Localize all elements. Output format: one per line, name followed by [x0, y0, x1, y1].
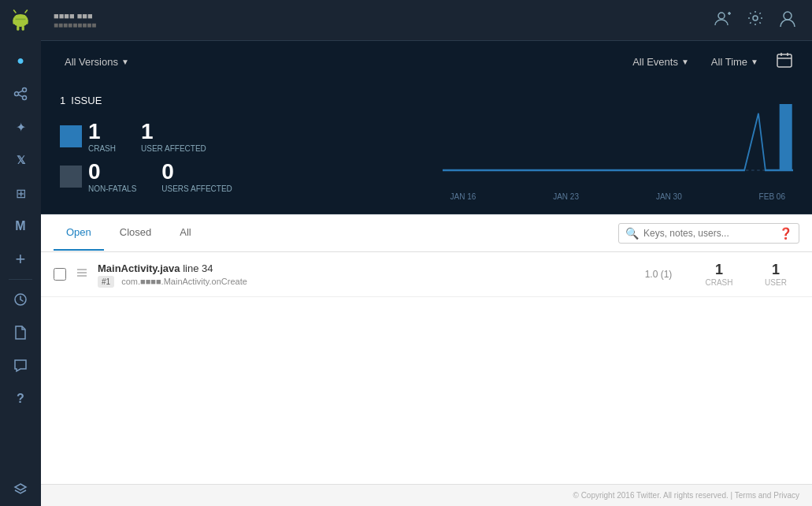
stats-panel: 1 ISSUE 1 CRASH 1 USER AFFECTED 0	[41, 82, 812, 214]
nonfatal-count: 0	[88, 159, 136, 184]
svg-point-21	[784, 12, 792, 20]
svg-rect-3	[13, 19, 15, 24]
filter-bar: All Versions ▼ All Events ▼ All Time ▼	[41, 41, 812, 82]
search-icon: 🔍	[625, 227, 639, 240]
chart-area: JAN 16 JAN 23 JAN 30 FEB 06	[411, 95, 794, 201]
sidebar-bottom	[0, 473, 41, 506]
nonfatal-label: NON-FATALS	[88, 184, 136, 193]
issue-user-count: 1	[752, 262, 799, 278]
crash-users-group: 1 USER AFFECTED	[141, 119, 206, 153]
chart-label-jan16: JAN 16	[450, 192, 476, 201]
svg-rect-27	[779, 104, 792, 170]
sidebar-item-chat[interactable]	[0, 349, 41, 382]
nonfatal-users-label: USERS AFFECTED	[161, 184, 232, 193]
issue-subtitle: #1 com.■■■■.MainActivity.onCreate	[98, 277, 621, 286]
svg-line-13	[18, 91, 22, 93]
issue-user-stat: 1 USER	[752, 262, 799, 287]
chart-svg	[443, 95, 794, 189]
tab-all[interactable]: All	[167, 215, 203, 251]
sidebar-item-twitter[interactable]: 𝕏	[0, 143, 41, 177]
sidebar-item-share[interactable]	[0, 77, 41, 110]
issue-menu-icon	[76, 266, 88, 282]
footer-text: © Copyright 2016 Twitter. All rights res…	[573, 491, 800, 500]
issue-filename: MainActivity.java	[98, 262, 180, 274]
svg-line-8	[25, 9, 28, 13]
svg-rect-6	[22, 25, 24, 30]
sidebar-item-timeline[interactable]	[0, 283, 41, 316]
svg-rect-4	[25, 19, 28, 24]
svg-point-17	[718, 13, 725, 19]
issue-package: com.■■■■.MainActivity.onCreate	[121, 277, 247, 286]
nonfatal-users-count: 0	[161, 159, 232, 184]
all-versions-filter[interactable]: All Versions ▼	[54, 50, 140, 74]
svg-marker-16	[15, 484, 26, 490]
issue-crash-label: CRASH	[695, 278, 743, 287]
nonfatal-stat-row: 0 NON-FATALS 0 USERS AFFECTED	[60, 159, 411, 193]
chart-label-feb06: FEB 06	[759, 192, 785, 201]
crash-users-label: USER AFFECTED	[141, 144, 206, 153]
svg-line-7	[13, 9, 16, 13]
sidebar-item-layers[interactable]	[0, 473, 41, 506]
issues-list: MainActivity.java line 34 #1 com.■■■■.Ma…	[41, 252, 812, 484]
sidebar-item-plugin[interactable]: ⊞	[0, 177, 41, 210]
chart-label-jan23: JAN 23	[553, 192, 579, 201]
crash-stat-row: 1 CRASH 1 USER AFFECTED	[60, 119, 411, 153]
chart-label-jan30: JAN 30	[656, 192, 682, 201]
versions-chevron-icon: ▼	[121, 58, 129, 66]
app-sub: ■■■■■■■■■	[54, 20, 711, 29]
crash-label: CRASH	[88, 144, 116, 153]
svg-line-14	[18, 95, 22, 97]
svg-point-11	[15, 92, 19, 96]
nonfatal-users-group: 0 USERS AFFECTED	[161, 159, 232, 193]
gear-icon[interactable]	[744, 7, 766, 33]
crash-users-count: 1	[141, 119, 206, 144]
svg-rect-5	[17, 25, 19, 30]
sidebar-item-file[interactable]	[0, 316, 41, 349]
issue-crash-stat: 1 CRASH	[695, 262, 743, 287]
calendar-button[interactable]	[769, 45, 799, 79]
stats-left: 1 ISSUE 1 CRASH 1 USER AFFECTED 0	[60, 95, 411, 201]
app-info: ■■■■ ■■■ ■■■■■■■■■	[54, 11, 711, 29]
sidebar-item-overview[interactable]: ●	[0, 44, 41, 77]
svg-rect-22	[777, 54, 792, 67]
search-box: 🔍 ❓	[618, 223, 799, 244]
crash-color-box	[60, 125, 82, 147]
footer: © Copyright 2016 Twitter. All rights res…	[41, 484, 812, 506]
top-header: ■■■■ ■■■ ■■■■■■■■■	[41, 0, 812, 41]
svg-point-10	[23, 88, 27, 92]
time-chevron-icon: ▼	[751, 58, 758, 66]
svg-point-20	[753, 16, 758, 20]
nonfatal-number-group: 0 NON-FATALS	[88, 159, 136, 193]
all-events-filter[interactable]: All Events ▼	[621, 50, 700, 74]
nonfatal-color-box	[60, 166, 82, 188]
issue-count: 1 ISSUE	[60, 95, 411, 106]
issue-title: MainActivity.java line 34	[98, 262, 621, 274]
help-circle-icon[interactable]: ❓	[779, 227, 792, 240]
issue-badge: #1	[98, 276, 114, 288]
app-name: ■■■■ ■■■	[54, 11, 711, 20]
sidebar-item-help[interactable]: ?	[0, 382, 41, 415]
issue-checkbox[interactable]	[54, 268, 66, 281]
issue-user-label: USER	[752, 278, 799, 287]
sidebar-divider-1	[9, 279, 32, 280]
chart-labels: JAN 16 JAN 23 JAN 30 FEB 06	[443, 192, 794, 201]
events-chevron-icon: ▼	[681, 58, 689, 66]
header-actions	[711, 6, 799, 34]
app-logo	[0, 0, 41, 41]
sidebar-item-add[interactable]: +	[0, 243, 41, 276]
issue-version: 1.0 (1)	[631, 269, 686, 280]
add-user-icon[interactable]	[711, 6, 735, 34]
tab-open[interactable]: Open	[54, 215, 104, 251]
crash-number-group: 1 CRASH	[88, 119, 116, 153]
profile-icon[interactable]	[776, 6, 799, 34]
svg-point-12	[23, 96, 27, 100]
search-input[interactable]	[643, 228, 769, 239]
issue-location: line 34	[183, 262, 213, 274]
tab-closed[interactable]: Closed	[107, 215, 164, 251]
sidebar-item-mopub[interactable]: M	[0, 210, 41, 243]
crash-count: 1	[88, 119, 116, 144]
all-time-filter[interactable]: All Time ▼	[700, 50, 769, 74]
tabs-bar: Open Closed All 🔍 ❓	[41, 214, 812, 252]
sidebar-item-settings[interactable]: ✦	[0, 110, 41, 143]
table-row[interactable]: MainActivity.java line 34 #1 com.■■■■.Ma…	[41, 252, 812, 297]
